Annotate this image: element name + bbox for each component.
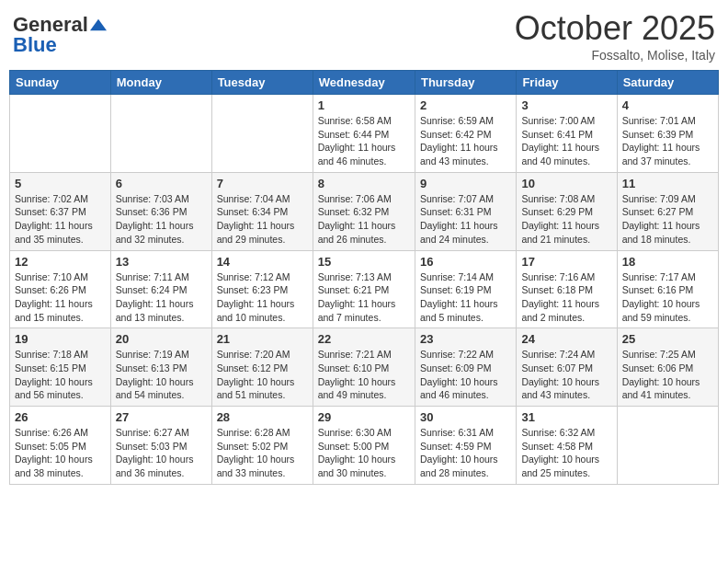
calendar-cell: 5Sunrise: 7:02 AM Sunset: 6:37 PM Daylig… [10, 172, 111, 250]
day-info: Sunrise: 7:13 AM Sunset: 6:21 PM Dayligh… [318, 270, 410, 325]
day-info: Sunrise: 6:32 AM Sunset: 4:58 PM Dayligh… [521, 426, 611, 480]
day-info: Sunrise: 6:31 AM Sunset: 4:59 PM Dayligh… [420, 426, 511, 480]
calendar-cell [110, 95, 211, 173]
day-info: Sunrise: 7:04 AM Sunset: 6:34 PM Dayligh… [217, 192, 308, 247]
calendar-cell [211, 95, 313, 173]
svg-marker-0 [90, 19, 107, 31]
weekday-header-tuesday: Tuesday [211, 71, 313, 95]
calendar-cell: 23Sunrise: 7:22 AM Sunset: 6:09 PM Dayli… [415, 328, 516, 407]
day-number: 25 [622, 332, 713, 346]
day-info: Sunrise: 6:59 AM Sunset: 6:42 PM Dayligh… [420, 114, 511, 168]
weekday-header-friday: Friday [517, 71, 617, 95]
day-number: 15 [318, 255, 410, 269]
calendar-cell: 22Sunrise: 7:21 AM Sunset: 6:10 PM Dayli… [313, 328, 415, 407]
calendar-cell: 25Sunrise: 7:25 AM Sunset: 6:06 PM Dayli… [617, 328, 718, 407]
day-info: Sunrise: 6:30 AM Sunset: 5:00 PM Dayligh… [318, 426, 410, 480]
weekday-header-monday: Monday [110, 71, 211, 95]
weekday-header-sunday: Sunday [10, 71, 111, 95]
calendar-cell: 11Sunrise: 7:09 AM Sunset: 6:27 PM Dayli… [617, 172, 718, 250]
page-header: General Blue October 2025 Fossalto, Moli… [9, 9, 719, 63]
day-info: Sunrise: 7:08 AM Sunset: 6:29 PM Dayligh… [521, 192, 611, 247]
calendar-week-row: 1Sunrise: 6:58 AM Sunset: 6:44 PM Daylig… [10, 95, 719, 173]
day-info: Sunrise: 7:17 AM Sunset: 6:16 PM Dayligh… [622, 270, 713, 325]
day-info: Sunrise: 6:26 AM Sunset: 5:05 PM Dayligh… [15, 426, 106, 480]
month-title: October 2025 [515, 9, 715, 48]
calendar-table: SundayMondayTuesdayWednesdayThursdayFrid… [9, 70, 719, 485]
day-number: 5 [15, 177, 106, 190]
calendar-week-row: 26Sunrise: 6:26 AM Sunset: 5:05 PM Dayli… [10, 407, 719, 485]
day-info: Sunrise: 7:20 AM Sunset: 6:12 PM Dayligh… [217, 348, 308, 402]
day-info: Sunrise: 7:12 AM Sunset: 6:23 PM Dayligh… [217, 270, 308, 325]
day-info: Sunrise: 6:58 AM Sunset: 6:44 PM Dayligh… [318, 114, 410, 168]
day-info: Sunrise: 7:02 AM Sunset: 6:37 PM Dayligh… [15, 192, 106, 247]
calendar-cell: 7Sunrise: 7:04 AM Sunset: 6:34 PM Daylig… [211, 172, 313, 250]
logo: General Blue [13, 13, 107, 57]
day-info: Sunrise: 6:27 AM Sunset: 5:03 PM Dayligh… [116, 426, 207, 480]
day-info: Sunrise: 7:16 AM Sunset: 6:18 PM Dayligh… [521, 270, 611, 325]
day-number: 7 [217, 177, 308, 190]
day-number: 31 [521, 410, 611, 424]
day-info: Sunrise: 7:00 AM Sunset: 6:41 PM Dayligh… [521, 114, 611, 168]
logo-icon [90, 18, 107, 31]
calendar-cell: 26Sunrise: 6:26 AM Sunset: 5:05 PM Dayli… [10, 407, 111, 485]
day-number: 27 [116, 410, 207, 424]
calendar-cell: 19Sunrise: 7:18 AM Sunset: 6:15 PM Dayli… [10, 328, 111, 407]
day-number: 17 [521, 255, 611, 269]
day-info: Sunrise: 6:28 AM Sunset: 5:02 PM Dayligh… [217, 426, 308, 480]
day-info: Sunrise: 7:25 AM Sunset: 6:06 PM Dayligh… [622, 348, 713, 402]
day-number: 4 [622, 98, 713, 112]
day-info: Sunrise: 7:18 AM Sunset: 6:15 PM Dayligh… [15, 348, 106, 402]
calendar-cell: 16Sunrise: 7:14 AM Sunset: 6:19 PM Dayli… [415, 250, 516, 328]
day-number: 9 [420, 177, 511, 190]
day-number: 11 [622, 177, 713, 190]
calendar-cell: 27Sunrise: 6:27 AM Sunset: 5:03 PM Dayli… [110, 407, 211, 485]
calendar-cell: 24Sunrise: 7:24 AM Sunset: 6:07 PM Dayli… [517, 328, 617, 407]
weekday-header-row: SundayMondayTuesdayWednesdayThursdayFrid… [10, 71, 719, 95]
day-number: 12 [15, 255, 106, 269]
day-number: 14 [217, 255, 308, 269]
calendar-cell: 29Sunrise: 6:30 AM Sunset: 5:00 PM Dayli… [313, 407, 415, 485]
day-number: 29 [318, 410, 410, 424]
day-info: Sunrise: 7:01 AM Sunset: 6:39 PM Dayligh… [622, 114, 713, 168]
day-info: Sunrise: 7:14 AM Sunset: 6:19 PM Dayligh… [420, 270, 511, 325]
day-number: 21 [217, 332, 308, 346]
calendar-cell: 17Sunrise: 7:16 AM Sunset: 6:18 PM Dayli… [517, 250, 617, 328]
calendar-cell: 13Sunrise: 7:11 AM Sunset: 6:24 PM Dayli… [110, 250, 211, 328]
logo-blue: Blue [13, 33, 57, 57]
day-info: Sunrise: 7:03 AM Sunset: 6:36 PM Dayligh… [116, 192, 207, 247]
calendar-cell: 20Sunrise: 7:19 AM Sunset: 6:13 PM Dayli… [110, 328, 211, 407]
day-info: Sunrise: 7:11 AM Sunset: 6:24 PM Dayligh… [116, 270, 207, 325]
day-info: Sunrise: 7:10 AM Sunset: 6:26 PM Dayligh… [15, 270, 106, 325]
day-number: 8 [318, 177, 410, 190]
day-info: Sunrise: 7:09 AM Sunset: 6:27 PM Dayligh… [622, 192, 713, 247]
day-number: 23 [420, 332, 511, 346]
day-number: 18 [622, 255, 713, 269]
day-number: 1 [318, 98, 410, 112]
calendar-cell: 9Sunrise: 7:07 AM Sunset: 6:31 PM Daylig… [415, 172, 516, 250]
day-info: Sunrise: 7:06 AM Sunset: 6:32 PM Dayligh… [318, 192, 410, 247]
calendar-cell: 10Sunrise: 7:08 AM Sunset: 6:29 PM Dayli… [517, 172, 617, 250]
location: Fossalto, Molise, Italy [515, 48, 715, 63]
day-number: 13 [116, 255, 207, 269]
calendar-cell: 4Sunrise: 7:01 AM Sunset: 6:39 PM Daylig… [617, 95, 718, 173]
day-number: 19 [15, 332, 106, 346]
day-number: 24 [521, 332, 611, 346]
day-info: Sunrise: 7:21 AM Sunset: 6:10 PM Dayligh… [318, 348, 410, 402]
day-number: 22 [318, 332, 410, 346]
title-block: October 2025 Fossalto, Molise, Italy [515, 9, 715, 63]
calendar-cell: 18Sunrise: 7:17 AM Sunset: 6:16 PM Dayli… [617, 250, 718, 328]
day-info: Sunrise: 7:19 AM Sunset: 6:13 PM Dayligh… [116, 348, 207, 402]
day-number: 2 [420, 98, 511, 112]
calendar-week-row: 12Sunrise: 7:10 AM Sunset: 6:26 PM Dayli… [10, 250, 719, 328]
day-number: 16 [420, 255, 511, 269]
day-number: 20 [116, 332, 207, 346]
day-number: 6 [116, 177, 207, 190]
day-number: 28 [217, 410, 308, 424]
day-number: 3 [521, 98, 611, 112]
calendar-cell: 8Sunrise: 7:06 AM Sunset: 6:32 PM Daylig… [313, 172, 415, 250]
day-number: 10 [521, 177, 611, 190]
day-number: 30 [420, 410, 511, 424]
weekday-header-saturday: Saturday [617, 71, 718, 95]
calendar-cell: 31Sunrise: 6:32 AM Sunset: 4:58 PM Dayli… [517, 407, 617, 485]
calendar-cell: 30Sunrise: 6:31 AM Sunset: 4:59 PM Dayli… [415, 407, 516, 485]
